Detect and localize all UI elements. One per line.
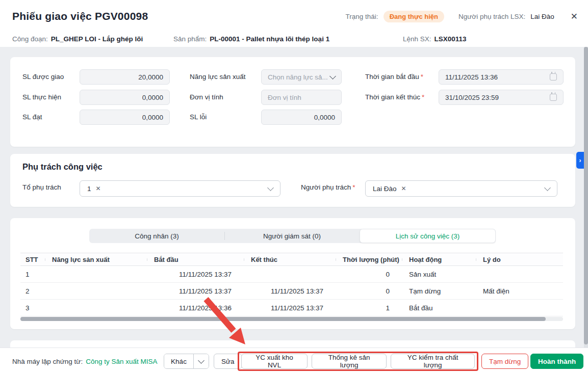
remove-tag-icon[interactable]: ✕ [401, 185, 406, 192]
table-row[interactable]: 3 11/11/2025 13:36 11/11/2025 13:37 1 Bắ… [20, 300, 563, 316]
tab-nguoi-giam-sat[interactable]: Người giám sát (0) [224, 229, 360, 243]
horizontal-scrollbar [20, 317, 563, 321]
annotation-highlight-box: YC xuất kho NVL Thống kê sản lượng YC ki… [238, 352, 478, 371]
team-label: Tổ phụ trách [22, 183, 61, 191]
history-card: Công nhân (3) Người giám sát (0) Lịch sử… [10, 218, 575, 329]
cell-thoi-luong: 0 [336, 271, 402, 278]
factory-link[interactable]: Công ty Sản xuất MISA [86, 358, 157, 365]
chevron-down-icon [329, 73, 336, 79]
sl-dat-label: SL đạt [22, 113, 42, 121]
hoan-thanh-button[interactable]: Hoàn thành [530, 354, 583, 369]
khac-button[interactable]: Khác [164, 354, 193, 368]
next-card-partial [10, 340, 575, 348]
start-time-label: Thời gian bắt đầu* [365, 73, 423, 81]
modal-body: SL được giao 20,0000 Năng lực sản xuất C… [0, 47, 588, 348]
tam-dung-button[interactable]: Tạm dừng [481, 354, 528, 369]
assignee-card: Phụ trách công việc Tổ phụ trách 1 ✕ Ngư… [10, 154, 575, 207]
remove-tag-icon[interactable]: ✕ [96, 185, 101, 192]
start-time-input[interactable]: 11/11/2025 13:36 [439, 69, 564, 85]
cell-thoi-luong: 0 [336, 287, 402, 295]
order-value: LSX00113 [434, 35, 467, 43]
quantities-card: SL được giao 20,0000 Năng lực sản xuất C… [10, 57, 575, 147]
status-label: Trạng thái: [346, 13, 378, 20]
sl-dat-input[interactable]: 0,0000 [80, 110, 170, 125]
nang-luc-label: Năng lực sản xuất [190, 73, 246, 81]
yc-xuat-kho-button[interactable]: YC xuất kho NVL [241, 354, 308, 369]
product-label: Sản phẩm: [173, 35, 207, 43]
sl-thuc-hien-label: SL thực hiện [22, 93, 61, 101]
yc-kiem-tra-button[interactable]: YC kiểm tra chất lượng [391, 354, 475, 369]
stage-value: PL_GHEP LOI - Lắp ghép lõi [51, 35, 143, 43]
cell-stt: 3 [20, 304, 45, 312]
cell-hoat-dong: Sản xuất [402, 271, 476, 278]
col-nang-luc: Năng lực sản xuất [45, 256, 147, 263]
tab-bar: Công nhân (3) Người giám sát (0) Lịch sử… [89, 229, 496, 243]
product-value: PL-00001 - Pallet nhựa lõi thép loại 1 [210, 35, 329, 43]
don-vi-placeholder: Đơn vị tính [268, 94, 301, 101]
khac-split-button: Khác [164, 354, 209, 369]
col-ly-do: Lý do [476, 256, 563, 263]
col-thoi-luong: Thời lượng (phút) [336, 256, 402, 263]
factory-label: Nhà máy lập chứng từ: [12, 358, 83, 365]
table-row[interactable]: 2 11/11/2025 13:37 11/11/2025 13:37 0 Tạ… [20, 283, 563, 300]
lsx-owner-value: Lai Đào [530, 13, 554, 20]
khac-dropdown-button[interactable] [193, 354, 209, 368]
start-time-value: 11/11/2025 13:36 [445, 73, 498, 81]
cell-stt: 1 [20, 271, 45, 278]
chevron-down-icon [544, 184, 551, 191]
person-select[interactable]: Lai Đào ✕ [365, 180, 557, 197]
cell-bat-dau: 11/11/2025 13:36 [147, 304, 244, 312]
tab-cong-nhan[interactable]: Công nhân (3) [89, 229, 224, 243]
order-label: Lệnh SX: [403, 35, 431, 43]
cell-bat-dau: 11/11/2025 13:37 [147, 287, 244, 295]
history-table: STT Năng lực sản xuất Bắt đầu Kết thúc T… [20, 253, 563, 316]
end-time-value: 31/10/2025 23:59 [445, 94, 499, 101]
cell-ket-thuc: 11/11/2025 13:37 [244, 287, 336, 295]
close-icon[interactable]: ✕ [571, 12, 578, 21]
stage-label: Công đoạn: [12, 35, 48, 43]
horizontal-scrollbar-thumb[interactable] [20, 317, 546, 321]
cell-stt: 2 [20, 287, 45, 295]
page-title: Phiếu giao việc PGV00098 [12, 10, 148, 22]
modal-header: Phiếu giao việc PGV00098 Trạng thái: Đan… [0, 0, 588, 47]
sl-duoc-giao-input[interactable]: 20,0000 [80, 69, 170, 85]
assignee-section-title: Phụ trách công việc [22, 162, 103, 172]
work-order-modal: Phiếu giao việc PGV00098 Trạng thái: Đan… [0, 0, 588, 374]
table-header-row: STT Năng lực sản xuất Bắt đầu Kết thúc T… [20, 253, 563, 266]
sl-loi-value: 0,0000 [314, 114, 335, 121]
cell-hoat-dong: Tạm dừng [402, 287, 476, 295]
nang-luc-select[interactable]: Chọn năng lực sả... [261, 69, 342, 85]
vertical-scrollbar [584, 47, 588, 348]
col-ket-thuc: Kết thúc [244, 256, 336, 263]
don-vi-label: Đơn vị tính [190, 93, 223, 101]
col-stt: STT [20, 256, 45, 263]
calendar-icon [550, 94, 557, 101]
calendar-icon [550, 73, 557, 81]
cell-bat-dau: 11/11/2025 13:37 [147, 271, 244, 278]
vertical-scrollbar-thumb[interactable] [584, 47, 588, 344]
cell-thoi-luong: 1 [336, 304, 402, 312]
sl-loi-label: SL lỗi [190, 113, 207, 121]
sl-thuc-hien-input[interactable]: 0,0000 [80, 90, 170, 105]
col-bat-dau: Bắt đầu [147, 256, 244, 263]
tab-lich-su-cong-viec[interactable]: Lịch sử công việc (3) [360, 229, 496, 243]
team-select[interactable]: 1 ✕ [80, 180, 280, 197]
cell-ly-do: Mất điện [476, 287, 563, 295]
person-label: Người phụ trách* [301, 183, 355, 191]
sl-loi-input[interactable]: 0,0000 [261, 110, 342, 125]
sl-dat-value: 0,0000 [142, 114, 163, 121]
chevron-right-icon: › [579, 157, 581, 164]
don-vi-input[interactable]: Đơn vị tính [261, 90, 342, 105]
side-panel-toggle[interactable]: › [576, 152, 584, 169]
cell-ket-thuc: 11/11/2025 13:37 [244, 304, 336, 312]
person-tag: Lai Đào [373, 185, 397, 193]
cell-hoat-dong: Bắt đầu [402, 304, 476, 312]
sl-thuc-hien-value: 0,0000 [142, 94, 163, 101]
thong-ke-button[interactable]: Thống kê sản lượng [312, 354, 387, 369]
modal-footer: Nhà máy lập chứng từ: Công ty Sản xuất M… [0, 348, 588, 374]
end-time-input[interactable]: 31/10/2025 23:59 [439, 90, 564, 105]
chevron-down-icon [198, 357, 204, 364]
chevron-down-icon [267, 184, 274, 191]
table-row[interactable]: 1 11/11/2025 13:37 0 Sản xuất [20, 266, 563, 283]
sl-duoc-giao-label: SL được giao [22, 73, 64, 81]
